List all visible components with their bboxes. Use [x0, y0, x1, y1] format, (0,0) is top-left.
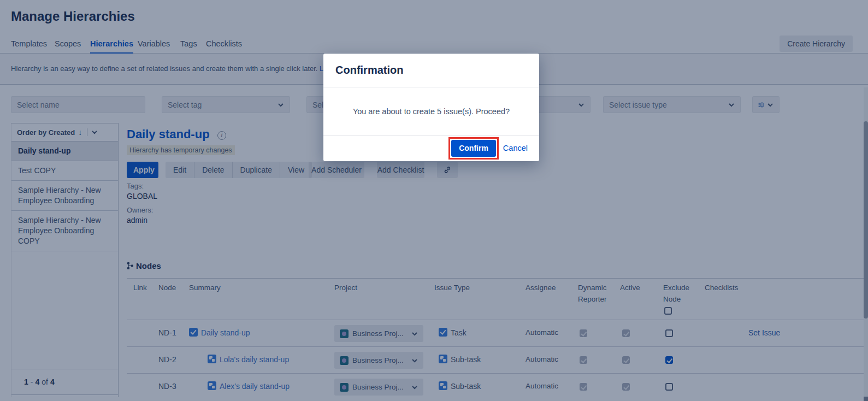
- confirmation-dialog: Confirmation You are about to create 5 i…: [323, 54, 539, 161]
- dialog-title: Confirmation: [323, 54, 539, 87]
- confirm-button[interactable]: Confirm: [451, 140, 496, 157]
- annotation-highlight-box: Confirm: [448, 137, 499, 160]
- dialog-footer: Confirm Cancel: [323, 135, 539, 161]
- manage-hierarchies-screen: Manage Hierarchies Templates Scopes Hier…: [0, 0, 868, 401]
- cancel-link[interactable]: Cancel: [503, 144, 528, 152]
- dialog-message: You are about to create 5 issue(s). Proc…: [323, 87, 539, 135]
